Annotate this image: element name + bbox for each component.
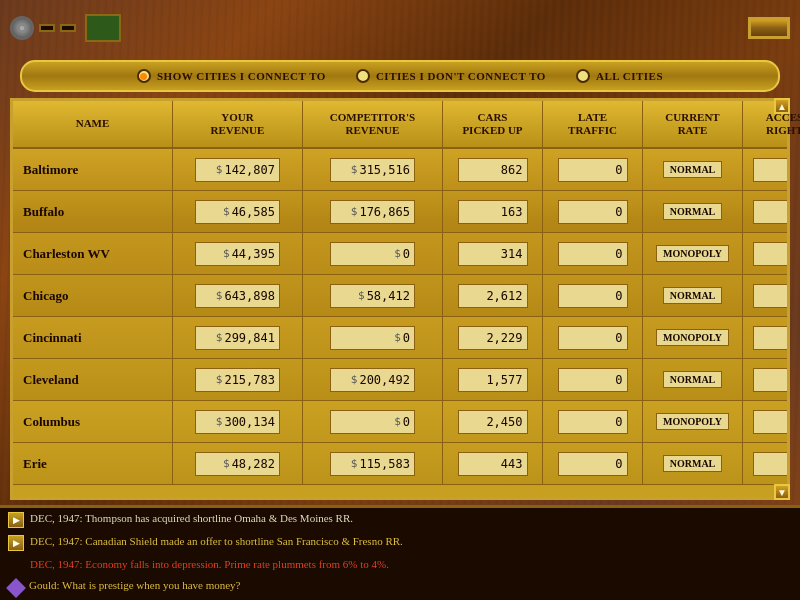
rate-badge: NORMAL <box>663 203 723 220</box>
comp-rev-value: $315,516 <box>330 158 415 182</box>
comp-revenue: $176,865 <box>303 191 443 232</box>
city-name: Columbus <box>13 401 173 442</box>
your-revenue: $46,585 <box>173 191 303 232</box>
city-name: Chicago <box>13 275 173 316</box>
city-name: Cleveland <box>13 359 173 400</box>
rate-badge: NORMAL <box>663 371 723 388</box>
scroll-down-button[interactable]: ▼ <box>774 484 790 500</box>
city-name: Buffalo <box>13 191 173 232</box>
rate-badge: MONOPOLY <box>656 413 729 430</box>
filter-all[interactable]: ALL CITIES <box>576 69 663 83</box>
cars-value: 2,229 <box>458 326 528 350</box>
close-button[interactable] <box>748 17 790 39</box>
top-bar: ● <box>0 0 800 55</box>
col-cars: CARSPICKED UP <box>443 101 543 147</box>
news-item: Gould: What is prestige when you have mo… <box>0 575 800 598</box>
cars-value: 862 <box>458 158 528 182</box>
city-name: Baltimore <box>13 149 173 190</box>
your-rev-value: $44,395 <box>195 242 280 266</box>
your-rev-value: $142,807 <box>195 158 280 182</box>
table-row: Cleveland $215,783 $200,492 1,577 0 NORM… <box>13 359 787 401</box>
comp-rev-value: $0 <box>330 326 415 350</box>
filter-no-connect[interactable]: CITIES I DON'T CONNECT TO <box>356 69 546 83</box>
current-rate: MONOPOLY <box>643 401 743 442</box>
current-rate: MONOPOLY <box>643 233 743 274</box>
current-rate: MONOPOLY <box>643 317 743 358</box>
cars-value: 443 <box>458 452 528 476</box>
comp-rev-value: $176,865 <box>330 200 415 224</box>
current-rate: NORMAL <box>643 149 743 190</box>
news-diamond-icon <box>6 578 26 598</box>
late-value: 0 <box>558 200 628 224</box>
filter-no-connect-label: CITIES I DON'T CONNECT TO <box>376 70 546 82</box>
cars-value: 314 <box>458 242 528 266</box>
table-row: Columbus $300,134 $0 2,450 0 MONOPOLY 0 … <box>13 401 787 443</box>
table-row: Charleston WV $44,395 $0 314 0 MONOPOLY … <box>13 233 787 275</box>
your-revenue: $142,807 <box>173 149 303 190</box>
late-value: 0 <box>558 326 628 350</box>
news-text: DEC, 1947: Canadian Shield made an offer… <box>30 534 403 549</box>
comp-rev-value: $0 <box>330 242 415 266</box>
table-body: Baltimore $142,807 $315,516 862 0 NORMAL… <box>13 149 787 485</box>
cars-picked-up: 163 <box>443 191 543 232</box>
news-arrow-icon: ▶ <box>8 512 24 528</box>
comp-revenue: $115,583 <box>303 443 443 484</box>
radio-connect[interactable] <box>137 69 151 83</box>
news-item: ▶ DEC, 1947: Canadian Shield made an off… <box>0 531 800 554</box>
your-revenue: $300,134 <box>173 401 303 442</box>
late-value: 0 <box>558 410 628 434</box>
cars-picked-up: 443 <box>443 443 543 484</box>
comp-revenue: $315,516 <box>303 149 443 190</box>
late-value: 0 <box>558 368 628 392</box>
filter-connect[interactable]: SHOW CITIES I CONNECT TO <box>137 69 326 83</box>
comp-revenue: $0 <box>303 401 443 442</box>
news-arrow-icon: ▶ <box>8 535 24 551</box>
current-rate: NORMAL <box>643 275 743 316</box>
col-late: LATETRAFFIC <box>543 101 643 147</box>
current-rate: NORMAL <box>643 191 743 232</box>
cars-value: 2,612 <box>458 284 528 308</box>
news-item: ▶ DEC, 1947: Thompson has acquired short… <box>0 508 800 531</box>
comp-rev-value: $200,492 <box>330 368 415 392</box>
city-name: Cincinnati <box>13 317 173 358</box>
current-rate: NORMAL <box>643 443 743 484</box>
late-traffic: 0 <box>543 233 643 274</box>
comp-revenue: $0 <box>303 317 443 358</box>
your-rev-value: $215,783 <box>195 368 280 392</box>
your-revenue: $48,282 <box>173 443 303 484</box>
scroll-up-button[interactable]: ▲ <box>774 98 790 114</box>
cars-picked-up: 1,577 <box>443 359 543 400</box>
city-name: Erie <box>13 443 173 484</box>
filter-connect-label: SHOW CITIES I CONNECT TO <box>157 70 326 82</box>
rate-badge: MONOPOLY <box>656 245 729 262</box>
your-rev-value: $300,134 <box>195 410 280 434</box>
table-header: NAME YOURREVENUE COMPETITOR'SREVENUE CAR… <box>13 101 787 149</box>
cars-value: 2,450 <box>458 410 528 434</box>
comp-rev-value: $0 <box>330 410 415 434</box>
your-rev-value: $46,585 <box>195 200 280 224</box>
rate-badge: NORMAL <box>663 455 723 472</box>
comp-revenue: $200,492 <box>303 359 443 400</box>
cars-picked-up: 314 <box>443 233 543 274</box>
radio-no-connect[interactable] <box>356 69 370 83</box>
table-row: Erie $48,282 $115,583 443 0 NORMAL 0 ▶ <box>13 443 787 485</box>
late-traffic: 0 <box>543 401 643 442</box>
col-name: NAME <box>13 101 173 147</box>
rate-badge: NORMAL <box>663 287 723 304</box>
radio-all[interactable] <box>576 69 590 83</box>
your-rev-value: $643,898 <box>195 284 280 308</box>
current-rate: NORMAL <box>643 359 743 400</box>
col-access: ACCESSRIGHTS <box>743 101 800 147</box>
money-display <box>39 24 55 32</box>
game-info: ● <box>10 14 121 42</box>
cars-picked-up: 2,229 <box>443 317 543 358</box>
your-revenue: $215,783 <box>173 359 303 400</box>
table-row: Cincinnati $299,841 $0 2,229 0 MONOPOLY … <box>13 317 787 359</box>
late-value: 0 <box>558 242 628 266</box>
your-rev-value: $299,841 <box>195 326 280 350</box>
news-item: DEC, 1947: Economy falls into depression… <box>0 554 800 575</box>
col-your-rev: YOURREVENUE <box>173 101 303 147</box>
col-comp-rev: COMPETITOR'SREVENUE <box>303 101 443 147</box>
rate-badge: NORMAL <box>663 161 723 178</box>
table-row: Buffalo $46,585 $176,865 163 0 NORMAL 0 … <box>13 191 787 233</box>
